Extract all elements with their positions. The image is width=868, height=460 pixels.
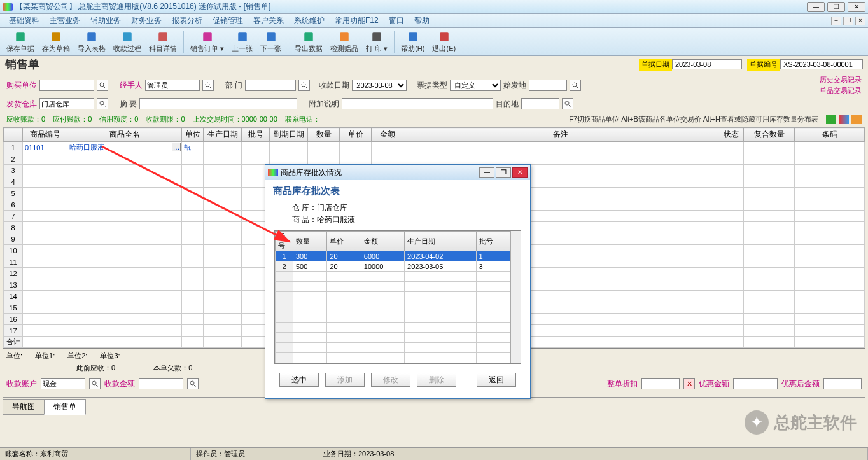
cell[interactable]: [204, 256, 242, 268]
col-header[interactable]: 单位: [182, 128, 204, 142]
back-button[interactable]: 返回: [477, 373, 516, 387]
cell[interactable]: [67, 222, 182, 233]
toolbar-export[interactable]: 导出数据: [291, 29, 326, 55]
toolbar-next[interactable]: 下一张: [256, 29, 285, 55]
cell[interactable]: [67, 245, 182, 256]
cell[interactable]: [23, 291, 67, 302]
col-header[interactable]: 生产日期: [204, 128, 242, 142]
cell[interactable]: [744, 256, 795, 268]
cell[interactable]: [795, 291, 865, 302]
cell[interactable]: [204, 153, 242, 165]
dlg-cell[interactable]: 2023-04-02: [405, 251, 476, 261]
ellipsis-button[interactable]: …: [172, 143, 181, 151]
cell[interactable]: [744, 279, 795, 291]
cell[interactable]: [718, 245, 744, 256]
cell[interactable]: 瓶: [182, 142, 204, 153]
cell[interactable]: [744, 314, 795, 325]
toolbar-help[interactable]: 帮助(H): [397, 29, 428, 55]
row-number[interactable]: 3: [4, 165, 23, 176]
row-number[interactable]: 12: [4, 268, 23, 279]
cell[interactable]: 哈药口服液…: [67, 142, 182, 153]
cell[interactable]: 01101: [23, 142, 67, 153]
row-number[interactable]: 5: [4, 188, 23, 199]
cell[interactable]: [795, 176, 865, 188]
cell[interactable]: [795, 233, 865, 245]
cell[interactable]: [23, 176, 67, 188]
cell[interactable]: [67, 291, 182, 302]
cell[interactable]: [67, 268, 182, 279]
cell[interactable]: [23, 165, 67, 176]
cell[interactable]: [795, 199, 865, 211]
cell[interactable]: [67, 302, 182, 314]
cell[interactable]: [744, 302, 795, 314]
cell[interactable]: [67, 233, 182, 245]
menu-item[interactable]: 促销管理: [207, 14, 248, 27]
cell[interactable]: [182, 211, 204, 222]
minimize-button[interactable]: —: [807, 2, 825, 12]
cell[interactable]: [182, 188, 204, 199]
dlg-col[interactable]: 行号: [276, 232, 293, 251]
row-number[interactable]: 6: [4, 199, 23, 211]
cell[interactable]: [67, 325, 182, 337]
amt-input[interactable]: [139, 378, 183, 389]
cell[interactable]: [204, 211, 242, 222]
cell[interactable]: [795, 325, 865, 337]
cell[interactable]: [182, 314, 204, 325]
menu-item[interactable]: 基础资料: [4, 14, 45, 27]
cell[interactable]: [308, 142, 340, 153]
cell[interactable]: [718, 153, 744, 165]
menu-item[interactable]: 辅助业务: [85, 14, 126, 27]
dlg-cell[interactable]: 1: [476, 251, 510, 261]
col-header[interactable]: 到期日期: [270, 128, 308, 142]
dialog-minimize[interactable]: —: [479, 167, 494, 178]
toolbar-detail[interactable]: 科目详情: [145, 29, 181, 55]
col-header[interactable]: 金额: [372, 128, 403, 142]
cell[interactable]: [204, 199, 242, 211]
dept-search-icon[interactable]: [298, 80, 310, 91]
row-number[interactable]: 10: [4, 245, 23, 256]
cell[interactable]: [718, 211, 744, 222]
row-number[interactable]: 14: [4, 291, 23, 302]
toolbar-save[interactable]: 保存单据: [3, 29, 38, 55]
cell[interactable]: [718, 233, 744, 245]
cell[interactable]: [795, 279, 865, 291]
cell[interactable]: [795, 188, 865, 199]
handler-search-icon[interactable]: [202, 80, 214, 91]
cell[interactable]: [744, 291, 795, 302]
col-header[interactable]: 复合数量: [744, 128, 795, 142]
cell[interactable]: [242, 142, 270, 153]
cell[interactable]: [23, 245, 67, 256]
mdi-close[interactable]: ×: [855, 17, 865, 25]
cell[interactable]: [718, 256, 744, 268]
cell[interactable]: [795, 245, 865, 256]
cell[interactable]: [23, 188, 67, 199]
cell[interactable]: [744, 245, 795, 256]
cell[interactable]: [204, 325, 242, 337]
tab-nav[interactable]: 导航图: [3, 399, 45, 415]
summary-input[interactable]: [139, 98, 297, 109]
cell[interactable]: [182, 153, 204, 165]
cell[interactable]: [23, 279, 67, 291]
buyer-search-icon[interactable]: [97, 80, 108, 91]
cell[interactable]: [403, 142, 718, 153]
dlg-cell[interactable]: 6000: [361, 251, 404, 261]
cell[interactable]: [182, 245, 204, 256]
cell[interactable]: [308, 153, 340, 165]
cell[interactable]: [204, 233, 242, 245]
cell[interactable]: [718, 314, 744, 325]
cell[interactable]: [744, 325, 795, 337]
dlg-cell[interactable]: 300: [293, 251, 327, 261]
cell[interactable]: [23, 222, 67, 233]
tip-icon[interactable]: [851, 115, 862, 124]
dlg-col[interactable]: 生产日期: [405, 232, 476, 251]
dest-search-icon[interactable]: [562, 98, 573, 109]
cell[interactable]: [23, 199, 67, 211]
cell[interactable]: [718, 188, 744, 199]
cell[interactable]: [372, 142, 403, 153]
tab-sale[interactable]: 销售单: [44, 399, 86, 415]
handler-input[interactable]: [145, 80, 200, 91]
col-header[interactable]: 数量: [308, 128, 340, 142]
dialog-maximize[interactable]: ❐: [496, 167, 511, 178]
cell[interactable]: [718, 199, 744, 211]
cell[interactable]: [23, 314, 67, 325]
